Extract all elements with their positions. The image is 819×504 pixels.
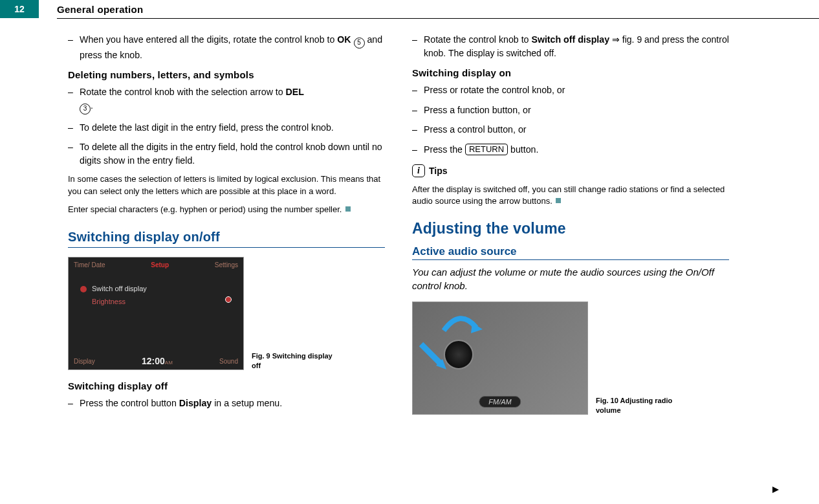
bullet-text: Press a function button, or	[424, 104, 729, 117]
figure-9-image: Time/ Date Setup Settings Switch off dis…	[68, 257, 244, 370]
fig9-knob-icon	[225, 296, 232, 303]
fig9-item-brightness: Brightness	[92, 298, 126, 305]
tips-heading: i Tips	[412, 164, 729, 177]
dash-icon: –	[68, 33, 80, 61]
bullet-text: Press or rotate the control knob, or	[424, 83, 729, 97]
section-end-icon	[556, 198, 561, 203]
dash-icon: –	[68, 85, 80, 114]
bullet-item: – To delete the last digit in the entry …	[68, 121, 385, 135]
bullet-item: – Rotate the control knob with the selec…	[68, 85, 385, 114]
bullet-text: Rotate the control knob to Switch off di…	[424, 33, 729, 60]
bullet-text: To delete all the digits in the entry fi…	[80, 140, 385, 167]
dash-icon: –	[412, 104, 424, 117]
press-arrow-icon	[418, 341, 450, 373]
subheading-switching-on: Switching display on	[412, 67, 729, 78]
subheading-switching-off: Switching display off	[68, 380, 385, 391]
heading-active-audio-source: Active audio source	[412, 245, 729, 258]
right-column: – Rotate the control knob to Switch off …	[412, 33, 729, 425]
left-column: – When you have entered all the digits, …	[68, 33, 385, 425]
next-page-arrow-icon	[771, 485, 780, 496]
dash-icon: –	[412, 123, 424, 137]
bullet-item: – Rotate the control knob to Switch off …	[412, 33, 729, 60]
heading-rule	[412, 259, 729, 260]
note-text: In some cases the selection of letters i…	[68, 173, 385, 197]
figure-10-image: FM/AM	[412, 301, 588, 415]
fig9-item-switch-off: Switch off display	[92, 285, 147, 292]
fig9-tab-setup: Setup	[151, 261, 169, 268]
dash-icon: –	[412, 83, 424, 97]
lead-text: You can adjust the volume or mute the au…	[412, 265, 729, 292]
content-columns: – When you have entered all the digits, …	[0, 19, 819, 425]
heading-adjusting-volume: Adjusting the volume	[412, 220, 729, 237]
rotate-arrow-icon	[437, 311, 483, 337]
tips-text: After the display is switched off, you c…	[412, 184, 729, 207]
return-button-graphic: RETURN	[465, 144, 508, 155]
dash-icon: –	[68, 397, 80, 410]
fmam-button-graphic: FM/AM	[479, 396, 521, 408]
section-end-icon	[345, 206, 351, 212]
bullet-text: Press the RETURN button.	[424, 143, 729, 157]
bullet-item: – Press a function button, or	[412, 104, 729, 117]
svg-marker-2	[772, 487, 779, 493]
subheading-deleting: Deleting numbers, letters, and symbols	[68, 69, 385, 80]
fig9-footer-display: Display	[74, 358, 95, 365]
chapter-title: General operation	[57, 4, 143, 15]
dash-icon: –	[412, 143, 424, 157]
fig9-tab-timedate: Time/ Date	[74, 261, 105, 268]
bullet-item: – When you have entered all the digits, …	[68, 33, 385, 61]
bullet-item: – Press the control button Display in a …	[68, 397, 385, 410]
bullet-text: To delete the last digit in the entry fi…	[80, 121, 385, 135]
bullet-item: – Press or rotate the control knob, or	[412, 83, 729, 97]
fig9-clock-ampm: AM	[165, 360, 173, 366]
heading-rule	[68, 247, 385, 248]
note-text: Enter special characters (e.g. hyphen or…	[68, 204, 385, 215]
page-number: 12	[0, 0, 39, 18]
fig9-tab-settings: Settings	[215, 261, 238, 268]
callout-5-icon: 5	[354, 38, 365, 49]
bullet-item: – To delete all the digits in the entry …	[68, 140, 385, 167]
bullet-text: Rotate the control knob with the selecti…	[80, 85, 385, 114]
figure-10-caption: Fig. 10 Adjusting radio volume	[596, 396, 686, 415]
page-header: 12 General operation	[0, 0, 819, 18]
figure-10: FM/AM Fig. 10 Adjusting radio volume	[412, 301, 729, 415]
info-icon: i	[412, 164, 425, 177]
bullet-text: Press a control button, or	[424, 123, 729, 137]
tips-label: Tips	[429, 166, 448, 176]
bullet-item: – Press a control button, or	[412, 123, 729, 137]
bullet-item: – Press the RETURN button.	[412, 143, 729, 157]
bullet-text: When you have entered all the digits, ro…	[80, 33, 385, 61]
callout-3-icon: 3	[80, 104, 91, 115]
dash-icon: –	[68, 140, 80, 167]
dash-icon: –	[68, 121, 80, 135]
bullet-text: Press the control button Display in a se…	[80, 397, 385, 410]
fig9-selector-dot-icon	[80, 286, 87, 292]
fig9-clock: 12:00	[142, 356, 165, 366]
figure-9: Time/ Date Setup Settings Switch off dis…	[68, 257, 385, 370]
fig9-footer-sound: Sound	[219, 358, 238, 365]
dash-icon: –	[412, 33, 424, 60]
figure-9-caption: Fig. 9 Switching display off	[252, 351, 342, 370]
heading-switching-display: Switching display on/off	[68, 230, 385, 245]
